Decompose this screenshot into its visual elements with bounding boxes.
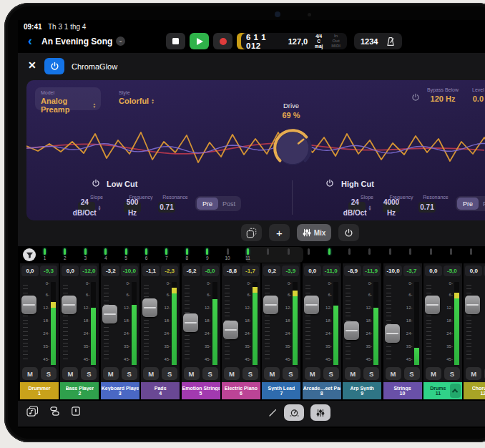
overview-track-tick[interactable]: [104, 248, 107, 255]
collapse-track-button[interactable]: [450, 384, 461, 398]
mute-button[interactable]: M: [264, 367, 280, 380]
track-name-tab[interactable]: Strings 10: [383, 382, 422, 399]
overview-track-tick[interactable]: [389, 248, 391, 255]
overview-track-tick[interactable]: [145, 248, 147, 255]
style-selector[interactable]: Style Colorful ▴▾: [116, 87, 157, 108]
solo-button[interactable]: S: [122, 367, 137, 380]
mute-button[interactable]: M: [184, 367, 200, 380]
channel-volume-value[interactable]: -8,8: [223, 266, 240, 276]
track-name-tab[interactable]: Arp Synth 9: [343, 382, 381, 399]
mute-button[interactable]: M: [103, 367, 119, 380]
overview-track-tick[interactable]: [430, 248, 432, 255]
solo-button[interactable]: S: [202, 367, 218, 380]
bypass-below-control[interactable]: Bypass Below 120 Hz: [427, 87, 459, 103]
post-button[interactable]: Post: [479, 198, 485, 210]
level-control[interactable]: Level 0.0: [472, 87, 484, 103]
play-button[interactable]: [190, 33, 209, 49]
overview-track-tick[interactable]: [409, 248, 411, 255]
mute-button[interactable]: M: [386, 367, 401, 380]
channel-volume-value[interactable]: 0,2: [263, 266, 280, 276]
pre-button[interactable]: Pre: [457, 198, 479, 210]
fader-cap[interactable]: [263, 296, 278, 314]
solo-button[interactable]: S: [323, 367, 339, 380]
high-cut-slope[interactable]: Slope 24 dB/Oct ▴▾: [348, 195, 386, 213]
plugin-power-button[interactable]: [44, 58, 64, 74]
overview-track-tick[interactable]: [450, 248, 452, 255]
track-name-tab[interactable]: Bass Player 2: [60, 382, 99, 399]
record-button[interactable]: [213, 33, 232, 49]
fader-cap[interactable]: [183, 313, 198, 332]
overview-track-tick[interactable]: [348, 248, 351, 255]
channel-volume-value[interactable]: -1,1: [142, 266, 160, 276]
duplicate-button[interactable]: [241, 224, 262, 241]
overview-track-tick[interactable]: [186, 248, 188, 255]
fader-cap[interactable]: [304, 296, 319, 314]
overview-track-tick[interactable]: [227, 248, 229, 255]
overview-track-tick[interactable]: [288, 248, 290, 255]
channel-volume-value[interactable]: -3,2: [102, 266, 119, 276]
overview-track-tick[interactable]: [206, 248, 208, 255]
low-cut-frequency[interactable]: Frequency 500 Hz: [124, 195, 158, 213]
solo-button[interactable]: S: [41, 367, 57, 380]
low-cut-power-button[interactable]: [92, 179, 100, 188]
controls-view-button[interactable]: [284, 404, 304, 421]
filter-button[interactable]: [23, 248, 36, 261]
channel-volume-value[interactable]: 0,0: [304, 266, 321, 276]
count-in-button[interactable]: 1234: [361, 37, 378, 46]
track-name-tab[interactable]: Keyboard Player 3: [101, 382, 139, 399]
solo-button[interactable]: S: [162, 367, 177, 380]
back-button[interactable]: ‹: [28, 33, 32, 49]
channel-volume-value[interactable]: 0,0: [425, 266, 442, 276]
mixer-power-button[interactable]: [338, 224, 359, 241]
metronome-icon[interactable]: [386, 36, 396, 47]
fader-cap[interactable]: [21, 296, 36, 314]
high-cut-resonance[interactable]: Resonance 0.71: [418, 195, 453, 213]
pre-button[interactable]: Pre: [197, 198, 218, 210]
play-surface-button[interactable]: [71, 406, 81, 417]
mute-button[interactable]: M: [224, 367, 240, 380]
fader-cap[interactable]: [385, 324, 400, 343]
track-name-tab[interactable]: Drums 11: [423, 382, 462, 399]
stop-button[interactable]: [166, 33, 185, 49]
overview-track-tick[interactable]: [125, 248, 127, 255]
track-name-tab[interactable]: Synth Lead 7: [262, 382, 300, 399]
overview-track-tick[interactable]: [247, 248, 249, 255]
channel-volume-value[interactable]: 0,0: [465, 266, 482, 276]
track-name-tab[interactable]: Pads 4: [141, 382, 180, 399]
high-cut-power-button[interactable]: [325, 179, 334, 188]
song-title[interactable]: An Evening Song: [41, 36, 112, 47]
channel-volume-value[interactable]: -10,0: [385, 266, 402, 276]
close-plugin-button[interactable]: ✕: [28, 59, 36, 71]
mute-button[interactable]: M: [62, 367, 78, 380]
high-cut-frequency[interactable]: Frequency 4000 Hz: [383, 195, 420, 213]
add-track-button[interactable]: +: [269, 224, 290, 241]
solo-button[interactable]: S: [404, 367, 420, 380]
song-menu-chevron-icon[interactable]: ⌄: [116, 36, 125, 46]
fader-cap[interactable]: [62, 296, 77, 314]
low-cut-slope[interactable]: Slope 24 dB/Oct ▴▾: [78, 195, 115, 213]
overview-track-tick[interactable]: [308, 248, 310, 255]
model-selector[interactable]: Model Analog Preamp ▴▾: [35, 87, 101, 110]
mute-button[interactable]: M: [305, 367, 320, 380]
channel-volume-value[interactable]: -8,9: [344, 266, 361, 276]
channel-volume-value[interactable]: 0,0: [62, 266, 79, 276]
browser-button[interactable]: [49, 406, 60, 417]
solo-button[interactable]: S: [242, 367, 258, 380]
loop-browser-button[interactable]: [26, 406, 39, 417]
fader-cap[interactable]: [142, 298, 157, 317]
drive-knob[interactable]: [270, 126, 315, 170]
track-name-tab[interactable]: Drummer 1: [20, 382, 59, 399]
edit-button[interactable]: [268, 408, 278, 417]
mute-button[interactable]: M: [22, 367, 38, 380]
track-name-tab[interactable]: Electric Piano 6: [222, 382, 260, 399]
track-name-tab[interactable]: Chorus V 12: [464, 382, 485, 399]
fader-cap[interactable]: [102, 305, 117, 323]
channel-volume-value[interactable]: 0,0: [21, 266, 39, 276]
mixer-view-button[interactable]: [310, 404, 330, 421]
fader-cap[interactable]: [344, 321, 359, 340]
solo-button[interactable]: S: [283, 367, 298, 380]
lcd-display[interactable]: 6 1 1 012 127,0 4/4 C maj In Out MIDI: [241, 33, 347, 49]
overview-track-tick[interactable]: [368, 248, 371, 255]
channel-volume-value[interactable]: -6,2: [183, 266, 200, 276]
track-name-tab[interactable]: Arcade…eet Pad 8: [303, 382, 341, 399]
